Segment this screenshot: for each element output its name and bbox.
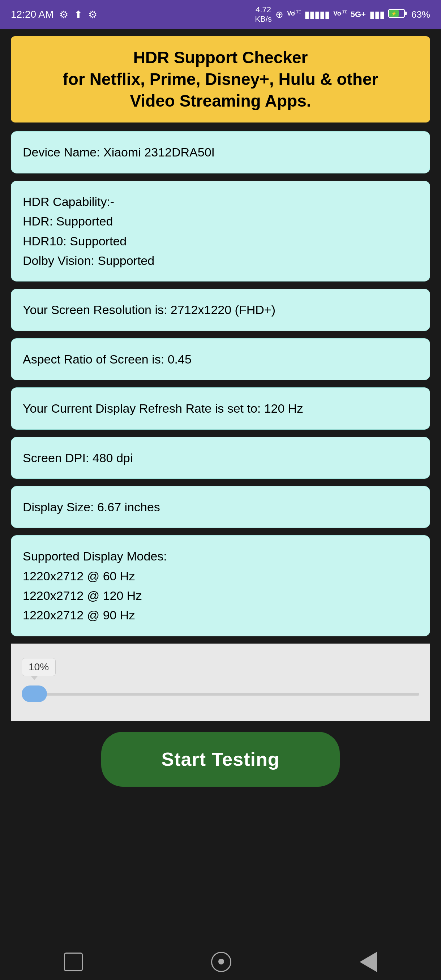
slider-value-label: 10% bbox=[29, 661, 49, 673]
start-testing-button[interactable]: Start Testing bbox=[101, 732, 340, 787]
back-icon bbox=[360, 952, 377, 972]
volte-icon: Vo LTE bbox=[287, 8, 301, 21]
screen-resolution-text: Your Screen Resolution is: 2712x1220 (FH… bbox=[23, 300, 418, 320]
signal-bars-2: ▮▮▮ bbox=[369, 9, 385, 20]
app-title: HDR Support Checkerfor Netflix, Prime, D… bbox=[25, 47, 416, 112]
status-left: 12:20 AM ⚙ ⬆ ⚙ bbox=[11, 9, 97, 21]
network-speed: 4.72KB/s bbox=[255, 5, 271, 24]
battery-percent: 63% bbox=[411, 9, 430, 20]
nav-recent-button[interactable] bbox=[64, 953, 83, 971]
status-right: 4.72KB/s ⊕ Vo LTE ▮▮▮▮▮ Vo LTE 5G+ ▮▮▮ ⚡ bbox=[255, 5, 430, 24]
aspect-ratio-text: Aspect Ratio of Screen is: 0.45 bbox=[23, 350, 418, 369]
slider-track bbox=[22, 693, 419, 695]
svg-text:LTE: LTE bbox=[341, 10, 347, 14]
5g-icon: 5G+ bbox=[351, 10, 366, 19]
status-bar: 12:20 AM ⚙ ⬆ ⚙ 4.72KB/s ⊕ Vo LTE ▮▮▮▮▮ V… bbox=[0, 0, 441, 29]
settings-icon: ⚙ bbox=[59, 9, 68, 21]
device-name-card: Device Name: Xiaomi 2312DRA50I bbox=[11, 131, 430, 173]
volte2-icon: Vo LTE bbox=[333, 8, 347, 21]
display-modes-text: Supported Display Modes: 1220x2712 @ 60 … bbox=[23, 546, 418, 625]
svg-text:⚡: ⚡ bbox=[391, 11, 396, 16]
screen-dpi-card: Screen DPI: 480 dpi bbox=[11, 437, 430, 479]
refresh-rate-text: Your Current Display Refresh Rate is set… bbox=[23, 399, 418, 418]
aspect-ratio-card: Aspect Ratio of Screen is: 0.45 bbox=[11, 338, 430, 380]
gear-icon: ⚙ bbox=[88, 9, 97, 21]
display-size-card: Display Size: 6.67 inches bbox=[11, 486, 430, 528]
slider-container[interactable] bbox=[22, 693, 419, 695]
main-content: HDR Support Checkerfor Netflix, Prime, D… bbox=[0, 29, 441, 944]
bottom-nav bbox=[0, 944, 441, 980]
refresh-rate-card: Your Current Display Refresh Rate is set… bbox=[11, 387, 430, 429]
display-modes-card: Supported Display Modes: 1220x2712 @ 60 … bbox=[11, 535, 430, 636]
hdr-capability-text: HDR Capability:- HDR: Supported HDR10: S… bbox=[23, 192, 418, 270]
display-size-text: Display Size: 6.67 inches bbox=[23, 497, 418, 517]
slider-thumb[interactable] bbox=[22, 686, 47, 702]
screen-resolution-card: Your Screen Resolution is: 2712x1220 (FH… bbox=[11, 289, 430, 331]
slider-section: 10% bbox=[11, 644, 430, 721]
svg-text:Vo: Vo bbox=[333, 10, 341, 17]
slider-tooltip: 10% bbox=[22, 658, 56, 676]
upload-icon: ⬆ bbox=[74, 9, 83, 21]
device-name-text: Device Name: Xiaomi 2312DRA50I bbox=[23, 142, 418, 162]
svg-rect-5 bbox=[404, 11, 407, 15]
signal-bars: ▮▮▮▮▮ bbox=[304, 9, 330, 20]
battery-charging-icon: ⚡ bbox=[388, 8, 408, 21]
hdr-capability-card: HDR Capability:- HDR: Supported HDR10: S… bbox=[11, 181, 430, 282]
screen-dpi-text: Screen DPI: 480 dpi bbox=[23, 448, 418, 468]
svg-text:LTE: LTE bbox=[294, 10, 301, 14]
header-banner: HDR Support Checkerfor Netflix, Prime, D… bbox=[11, 36, 430, 123]
home-icon-inner bbox=[218, 959, 224, 964]
nav-home-button[interactable] bbox=[211, 952, 231, 972]
status-time: 12:20 AM bbox=[11, 9, 54, 20]
recent-apps-icon bbox=[64, 953, 83, 971]
home-icon bbox=[211, 952, 231, 972]
vpn-icon: ⊕ bbox=[275, 9, 283, 20]
nav-back-button[interactable] bbox=[360, 952, 377, 972]
svg-text:Vo: Vo bbox=[287, 10, 295, 17]
